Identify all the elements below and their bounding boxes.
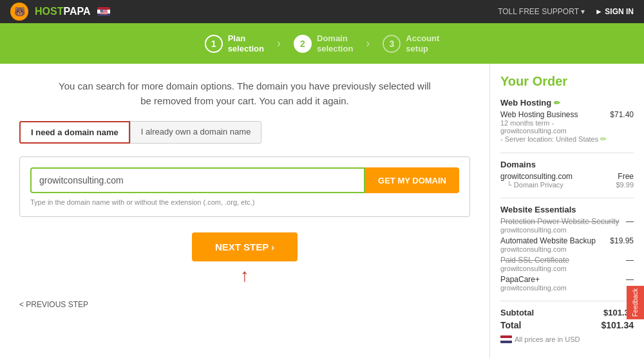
step-3-label: Accountsetup [406,33,439,53]
step-plan-selection[interactable]: 1 Planselection [192,30,277,57]
web-hosting-section: Web Hosting ✏ Web Hosting Business $71.4… [500,98,634,144]
next-step-button[interactable]: NEXT STEP › [192,232,298,261]
domain-search-box: GET MY DOMAIN Type in the domain name wi… [19,156,470,217]
domain-search-input[interactable] [30,167,365,193]
domain-search-row: GET MY DOMAIN [30,167,459,193]
protection-item: Protection Power Website Security — [500,217,634,226]
nav-right: TOLL FREE SUPPORT ▾ ► SIGN IN [498,7,634,16]
papacareplus-domain: growitconsulting.com [500,284,634,292]
web-hosting-item: Web Hosting Business $71.40 [500,110,634,119]
flag-icon[interactable]: 🇺🇸 [97,7,110,16]
logo-icon: 🐻 [10,3,28,21]
tab-need-domain[interactable]: I need a domain name [19,121,130,144]
domains-heading: Domains [500,160,634,169]
steps-bar: 1 Planselection › 2 Domainselection › 3 … [0,23,644,64]
web-hosting-server: - Server location: United States ✏ [500,135,634,144]
divider-1 [500,153,634,153]
web-hosting-edit-icon[interactable]: ✏ [554,99,560,108]
step-1-label: Planselection [228,33,264,53]
papacareplus-item: PapaCare+ — [500,275,634,284]
domain-tabs: I need a domain name I already own a dom… [19,121,470,144]
right-sidebar: Your Order Web Hosting ✏ Web Hosting Bus… [489,64,644,358]
step-1-circle: 1 [205,35,223,53]
step-2-label: Domainselection [317,33,353,53]
main-heading: You can search for more domain options. … [19,79,470,108]
left-content: You can search for more domain options. … [0,64,489,358]
domain-hint: Type in the domain name with or without … [30,198,459,206]
feedback-tab[interactable]: Feedback [627,286,644,319]
support-label[interactable]: TOLL FREE SUPPORT ▾ [498,7,585,16]
tab-own-domain[interactable]: I already own a domain name [130,121,262,144]
total-row: Total $101.34 [500,320,634,330]
server-edit-icon[interactable]: ✏ [600,135,607,144]
backup-item: Automated Website Backup $19.95 [500,236,634,245]
web-hosting-heading: Web Hosting ✏ [500,98,634,108]
top-navigation: 🐻 HOSTPAPA 🇺🇸 TOLL FREE SUPPORT ▾ ► SIGN… [0,0,644,23]
brand-name: HOSTPAPA [35,6,91,17]
ssl-item: Paid SSL Certificate — [500,256,634,265]
protection-domain: growitconsulting.com [500,226,634,234]
domain-item: growitconsulting.com Free [500,172,634,181]
domain-privacy-row: └ Domain Privacy $9.99 [500,181,634,189]
get-domain-button[interactable]: GET MY DOMAIN [365,167,459,193]
arrow-up-icon: ↑ [240,267,249,285]
divider-3 [500,301,634,301]
previous-step-link[interactable]: PREVIOUS STEP [19,300,470,309]
step-domain-selection[interactable]: 2 Domainselection [281,30,366,57]
signin-button[interactable]: ► SIGN IN [595,7,634,16]
step-account-setup[interactable]: 3 Accountsetup [370,30,452,57]
order-title: Your Order [500,74,634,89]
main-layout: You can search for more domain options. … [0,64,644,358]
website-essentials-section: Website Essentials Protection Power Webs… [500,205,634,292]
web-hosting-domain: growitconsulting.com [500,127,634,135]
ssl-domain: growitconsulting.com [500,265,634,272]
backup-domain: growitconsulting.com [500,245,634,253]
domains-section: Domains growitconsulting.com Free └ Doma… [500,160,634,189]
essentials-heading: Website Essentials [500,205,634,214]
currency-note: All prices are in USD [500,335,634,343]
usd-flag-icon [500,335,512,343]
next-step-area: NEXT STEP › ↑ [19,232,470,285]
logo-area: 🐻 HOSTPAPA 🇺🇸 [10,3,110,21]
web-hosting-term: 12 months term - [500,119,634,127]
step-3-circle: 3 [383,35,401,53]
subtotal-row: Subtotal $101.34 [500,308,634,317]
divider-2 [500,198,634,198]
step-2-circle: 2 [294,35,312,53]
